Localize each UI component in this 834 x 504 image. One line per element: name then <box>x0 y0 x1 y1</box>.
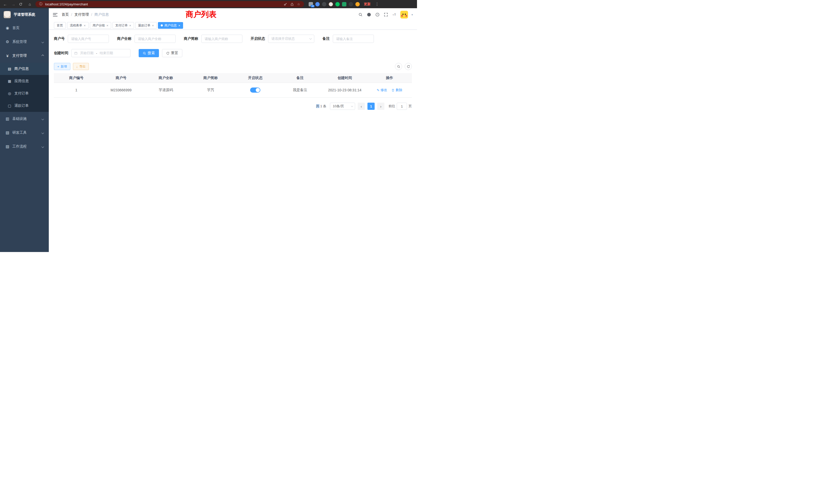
chevron-down-icon <box>309 37 312 40</box>
reload-icon[interactable] <box>19 3 24 6</box>
column-header: 商户号 <box>98 73 143 83</box>
top-navbar: 首页 / 支付管理 / 商户信息 ? <box>49 8 417 21</box>
close-icon[interactable]: × <box>129 24 131 27</box>
password-key-icon[interactable] <box>283 3 288 6</box>
extension-icon[interactable] <box>322 2 326 6</box>
full-name-input[interactable] <box>135 35 176 43</box>
reset-button[interactable]: 重置 <box>162 49 182 57</box>
help-icon[interactable]: ? <box>375 12 380 17</box>
extension-icon[interactable] <box>355 2 360 6</box>
column-header: 开启状态 <box>233 73 278 83</box>
page-content: 商户号 商户全称 商户简称 开启状态 请选择开启状态 <box>49 30 417 252</box>
date-range-picker[interactable]: 开始日期 - 结束日期 <box>71 49 130 57</box>
logo-avatar <box>3 11 11 19</box>
total-rest: 1 条 <box>320 104 326 108</box>
grid-icon: ▦ <box>7 79 12 83</box>
sidebar-item-merchant-info[interactable]: ▤ 商户信息 <box>0 63 49 75</box>
goto-page-input[interactable] <box>397 102 407 110</box>
filter-full-name: 商户全称 <box>117 35 176 43</box>
sidebar-item-label: 应用信息 <box>14 79 29 84</box>
font-size-icon[interactable]: TT <box>392 12 397 17</box>
delete-link[interactable]: 删除 <box>391 88 402 92</box>
browser-update-button[interactable]: 更新 <box>363 1 372 7</box>
chevron-down-icon <box>42 41 44 43</box>
bookmark-star-icon[interactable]: ☆ <box>296 2 301 6</box>
short-name-input[interactable] <box>201 35 242 43</box>
remark-input[interactable] <box>333 35 374 43</box>
yen-icon: ¥ <box>5 54 10 58</box>
sidebar-toggle-icon[interactable] <box>53 13 58 17</box>
browser-chrome: ← → ⌂ ⓘ localhost:1024/pay/merchant ☆ 10 <box>0 0 417 8</box>
sidebar-item-system[interactable]: ⚙ 系统管理 <box>0 35 49 49</box>
home-icon[interactable]: ⌂ <box>27 2 32 6</box>
navbar-actions: ? TT ▾ <box>358 11 413 19</box>
address-bar[interactable]: ⓘ localhost:1024/pay/merchant ☆ <box>36 1 304 7</box>
sidebar-item-dev-tools[interactable]: ▧ 研发工具 <box>0 126 49 140</box>
tags-view-bar: 首页 流程表单 × 用户分组 × 支付订单 × 退款订单 × <box>49 21 417 30</box>
close-icon[interactable]: × <box>107 24 109 27</box>
add-button-label: 新增 <box>61 64 67 69</box>
chevron-down-icon <box>42 117 44 120</box>
sidebar: 芋道管理系统 ◉ 首页 ⚙ 系统管理 ¥ 支付管理 ▤ 商户信息 <box>0 8 49 252</box>
filter-row-2: 创建时间 开始日期 - 结束日期 搜索 <box>54 49 412 57</box>
site-info-icon[interactable]: ⓘ <box>39 2 43 6</box>
fullscreen-icon[interactable] <box>383 12 389 17</box>
export-button[interactable]: ↓ 导出 <box>73 63 89 70</box>
sidebar-item-app-info[interactable]: ▦ 应用信息 <box>0 75 49 87</box>
tab-pay-order[interactable]: 支付订单 × <box>112 22 134 29</box>
filter-label: 商户号 <box>54 37 68 41</box>
column-header: 备注 <box>278 73 322 83</box>
sidebar-item-workflow[interactable]: ▨ 工作流程 <box>0 140 49 154</box>
search-icon[interactable] <box>358 12 363 17</box>
refresh-button[interactable] <box>405 63 412 70</box>
prev-page-button[interactable]: ‹ <box>358 102 365 110</box>
merchant-no-input[interactable] <box>68 35 109 43</box>
next-page-button[interactable]: › <box>377 102 385 110</box>
breadcrumb-payment: 支付管理 <box>74 12 89 17</box>
tab-home[interactable]: 首页 <box>54 22 66 29</box>
tab-merchant-info[interactable]: 商户信息 × <box>158 22 183 29</box>
workflow-icon: ▨ <box>5 144 10 149</box>
edit-link[interactable]: ✎ 修改 <box>377 88 387 92</box>
github-icon[interactable] <box>367 12 372 17</box>
extension-icon[interactable] <box>315 2 320 6</box>
tab-user-group[interactable]: 用户分组 × <box>90 22 111 29</box>
extension-icon[interactable] <box>329 2 333 6</box>
page-size-select[interactable]: 10条/页 <box>330 102 355 110</box>
filter-label: 备注 <box>323 37 333 41</box>
sidebar-item-home[interactable]: ◉ 首页 <box>0 21 49 35</box>
cell-create-time: 2021-10-23 08:31:14 <box>323 83 367 97</box>
browser-menu-kebab-icon[interactable]: ⋮ <box>375 2 379 6</box>
sidebar-item-payment[interactable]: ¥ 支付管理 <box>0 49 49 63</box>
forward-icon[interactable]: → <box>11 2 16 6</box>
back-icon[interactable]: ← <box>3 2 8 6</box>
user-avatar[interactable] <box>400 11 408 19</box>
sidebar-item-infrastructure[interactable]: ▥ 基础设施 <box>0 112 49 126</box>
share-icon[interactable] <box>290 3 294 6</box>
table-row: 1 M233666999 芋道源码 芋艿 我是备注 2021-10-23 08:… <box>54 83 412 97</box>
extensions-puzzle-icon[interactable]: 10 <box>309 2 313 6</box>
filter-short-name: 商户简称 <box>184 35 242 43</box>
close-icon[interactable]: × <box>84 24 86 27</box>
search-button-label: 搜索 <box>148 51 155 55</box>
status-select[interactable]: 请选择开启状态 <box>268 35 314 43</box>
close-icon[interactable]: × <box>152 24 154 27</box>
extension-icon[interactable] <box>349 2 353 6</box>
close-icon[interactable]: × <box>178 24 180 27</box>
avatar-caret-icon[interactable]: ▾ <box>411 13 413 17</box>
add-button[interactable]: + 新增 <box>54 63 70 70</box>
breadcrumb-home[interactable]: 首页 <box>62 12 69 17</box>
extension-icon[interactable] <box>342 2 346 6</box>
start-date-placeholder: 开始日期 <box>80 51 93 55</box>
current-page-button[interactable]: 1 <box>368 102 375 110</box>
search-button[interactable]: 搜索 <box>139 49 159 57</box>
tab-label: 流程表单 <box>70 23 82 28</box>
extension-icon[interactable] <box>335 2 340 6</box>
tab-refund-order[interactable]: 退款订单 × <box>135 22 157 29</box>
sidebar-item-refund-order[interactable]: ▢ 退款订单 <box>0 99 49 112</box>
svg-text:T: T <box>394 13 396 16</box>
status-toggle[interactable] <box>250 88 260 93</box>
toggle-search-button[interactable] <box>395 63 402 70</box>
sidebar-item-pay-order[interactable]: ◎ 支付订单 <box>0 87 49 99</box>
tab-process-form[interactable]: 流程表单 × <box>67 22 89 29</box>
